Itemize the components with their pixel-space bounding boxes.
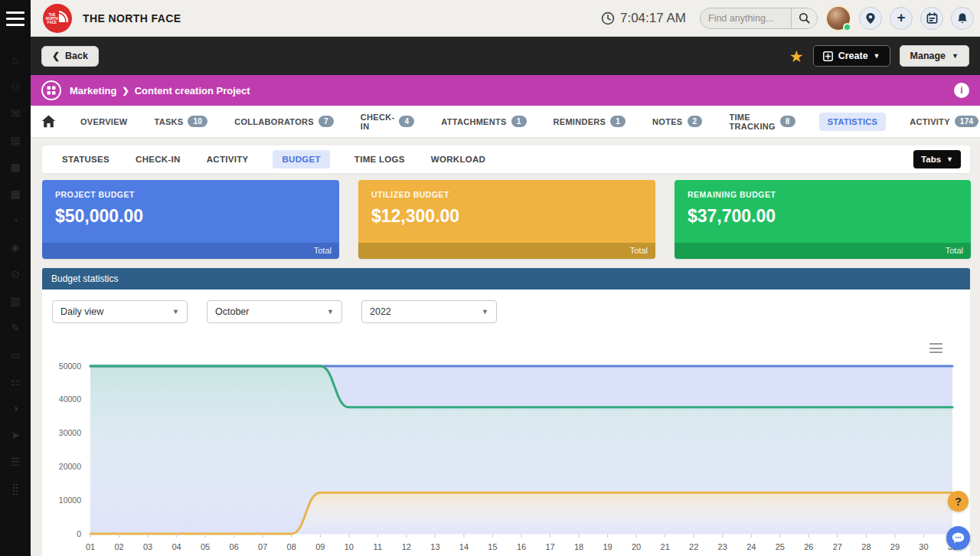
subtab-statuses[interactable]: STATUSES — [60, 150, 111, 168]
sidebar-icon-projects[interactable]: ▤ — [7, 132, 24, 148]
subtab-check-in[interactable]: CHECK-IN — [134, 150, 182, 168]
location-button[interactable] — [859, 7, 882, 30]
svg-text:16: 16 — [517, 542, 526, 551]
svg-text:14: 14 — [459, 542, 469, 551]
create-quick-button[interactable]: + — [890, 7, 913, 30]
card-footer: Total — [42, 243, 339, 259]
sidebar-icon-tags[interactable]: ✎ — [7, 320, 24, 335]
tab-attachments[interactable]: ATTACHMENTS1 — [438, 111, 529, 132]
card-value: $12,300.00 — [371, 206, 642, 227]
sidebar-icon-inbox[interactable]: ▦ — [7, 159, 24, 175]
svg-text:10000: 10000 — [59, 495, 81, 505]
bell-icon — [957, 12, 968, 25]
caret-down-icon: ▼ — [952, 53, 959, 60]
svg-text:07: 07 — [258, 542, 267, 551]
tab-notes[interactable]: NOTES2 — [649, 111, 705, 132]
sidebar-icon-messages[interactable]: ✉ — [7, 106, 24, 121]
top-bar: THE NORTH FACE THE NORTH FACE 7:04:17 AM… — [31, 0, 980, 37]
sidebar-icon-timer[interactable]: ◑ — [7, 401, 24, 416]
activity-count-badge: 174 — [955, 116, 979, 127]
card-value: $50,000.00 — [55, 206, 326, 227]
plus-icon: + — [897, 10, 905, 25]
subtab-time-logs[interactable]: TIME LOGS — [353, 150, 407, 168]
online-status-dot — [843, 23, 851, 31]
svg-text:22: 22 — [689, 542, 698, 551]
manage-button[interactable]: Manage ▼ — [900, 45, 969, 67]
notifications-button[interactable] — [951, 7, 974, 30]
back-button[interactable]: ❮ Back — [41, 46, 99, 67]
sidebar-icon-team[interactable]: ⚇ — [7, 79, 24, 94]
sidebar-icon-org-chart[interactable]: ◈ — [7, 240, 24, 255]
sidebar-icon-home[interactable]: ⌂ — [7, 52, 24, 67]
subtabs-dropdown-button[interactable]: Tabs▼ — [913, 150, 961, 168]
tab-time-tracking[interactable]: TIME TRACKING8 — [726, 108, 798, 136]
caret-down-icon: ▼ — [327, 309, 334, 316]
card-footer: Total — [358, 243, 655, 259]
subtab-budget[interactable]: BUDGET — [273, 150, 329, 168]
chat-button[interactable] — [946, 526, 970, 550]
chart-context-menu-icon[interactable] — [929, 343, 942, 353]
sidebar-icon-time-tracking[interactable]: ◔ — [7, 213, 24, 228]
tab-statistics[interactable]: STATISTICS — [819, 113, 887, 131]
caret-down-icon: ▼ — [874, 53, 880, 60]
search-button[interactable] — [791, 8, 817, 29]
tabs-row: OVERVIEW TASKS10 COLLABORATORS7 CHECK-IN… — [77, 108, 980, 136]
tab-tasks[interactable]: TASKS10 — [152, 111, 211, 132]
svg-text:29: 29 — [890, 542, 900, 551]
help-button[interactable]: ? — [948, 491, 969, 512]
sidebar-icon-search[interactable]: ⊙ — [7, 267, 24, 282]
clock-icon — [601, 11, 615, 25]
year-select[interactable]: 2022 ▼ — [361, 300, 497, 323]
user-avatar[interactable] — [825, 5, 851, 31]
sidebar-icon-apps[interactable]: ⣿ — [7, 481, 24, 496]
notes-count-badge: 2 — [688, 116, 703, 127]
svg-text:FACE: FACE — [47, 21, 57, 25]
budget-statistics-panel: Daily view ▼ October ▼ 2022 ▼ 0100002000… — [42, 289, 970, 556]
svg-text:08: 08 — [287, 542, 296, 551]
tab-collaborators[interactable]: COLLABORATORS7 — [231, 111, 337, 132]
svg-text:25: 25 — [776, 542, 785, 551]
chevron-right-icon: ❯ — [122, 86, 129, 96]
svg-text:28: 28 — [861, 542, 871, 551]
app-window: ⌂⚇✉▤▦▩◔◈⊙▥✎▭⚏◑➤☰⣿ THE NORTH FACE THE NOR… — [0, 0, 980, 556]
tab-check-in[interactable]: CHECK-IN4 — [358, 108, 417, 136]
breadcrumb: Marketing ❯ Content creation Project — [70, 85, 250, 96]
view-mode-select[interactable]: Daily view ▼ — [52, 300, 188, 323]
north-face-logo[interactable]: THE NORTH FACE — [43, 4, 72, 33]
svg-text:40000: 40000 — [59, 394, 81, 404]
location-pin-icon — [865, 12, 876, 25]
month-select[interactable]: October ▼ — [207, 300, 342, 323]
year-value: 2022 — [370, 306, 391, 317]
project-tab-bar: OVERVIEW TASKS10 COLLABORATORS7 CHECK-IN… — [31, 106, 980, 138]
collaborators-count-badge: 7 — [318, 116, 334, 127]
tab-reminders[interactable]: REMINDERS1 — [550, 111, 629, 132]
sidebar-icon-list[interactable]: ☰ — [7, 454, 24, 469]
project-budget-card: PROJECT BUDGET $50,000.00 Total — [42, 180, 339, 259]
breadcrumb-item[interactable]: Content creation Project — [135, 85, 250, 96]
card-label: PROJECT BUDGET — [55, 190, 326, 199]
plus-square-icon — [823, 51, 833, 61]
project-icon — [41, 80, 61, 100]
search-input[interactable] — [701, 8, 791, 28]
info-button[interactable]: i — [954, 83, 969, 98]
favorite-star-icon[interactable]: ★ — [789, 48, 804, 64]
svg-text:10: 10 — [345, 542, 354, 551]
home-tab-button[interactable] — [41, 115, 56, 128]
sidebar-icon-send[interactable]: ➤ — [7, 427, 24, 443]
breadcrumb-section[interactable]: Marketing — [70, 85, 116, 96]
view-mode-value: Daily view — [60, 306, 103, 317]
subtab-workload[interactable]: WORKLOAD — [430, 150, 487, 168]
tab-overview[interactable]: OVERVIEW — [77, 113, 131, 131]
caret-down-icon: ▼ — [946, 156, 953, 163]
svg-text:17: 17 — [545, 542, 554, 551]
hamburger-menu-icon[interactable] — [0, 0, 31, 37]
sidebar-icon-id-card[interactable]: ▭ — [7, 347, 24, 362]
sidebar-icon-boards[interactable]: ▩ — [7, 186, 24, 201]
subtab-activity[interactable]: ACTIVITY — [205, 150, 250, 168]
sidebar-icon-calendar[interactable]: ⚏ — [7, 374, 24, 389]
calendar-button[interactable] — [920, 7, 943, 30]
sidebar-icon-files[interactable]: ▥ — [7, 293, 24, 309]
tab-activity[interactable]: ACTIVITY174 — [906, 111, 980, 132]
svg-text:05: 05 — [201, 542, 210, 551]
create-button[interactable]: Create ▼ — [813, 45, 890, 67]
